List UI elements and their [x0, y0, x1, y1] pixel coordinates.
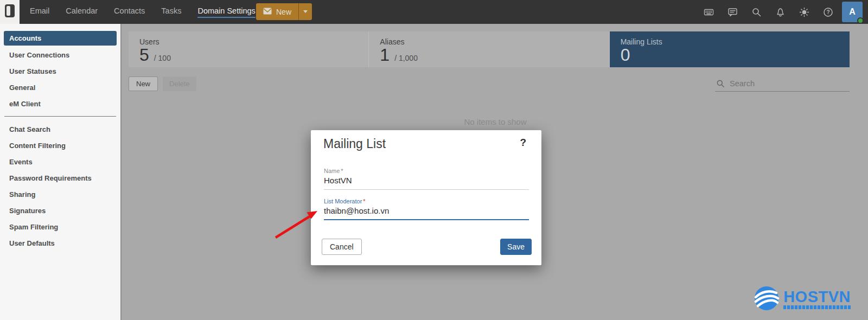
sidebar-item-chat-search[interactable]: Chat Search [4, 124, 117, 135]
sidebar-item-user-statuses[interactable]: User Statuses [4, 66, 117, 77]
name-field-label: Name* [324, 168, 529, 174]
stat-limit: / 100 [154, 54, 171, 62]
stat-card-aliases[interactable]: Aliases 1/ 1,000 [368, 31, 609, 67]
sidebar-item-accounts[interactable]: Accounts [4, 31, 117, 46]
stat-value: 0 [621, 45, 630, 65]
sidebar-item-spam-filtering[interactable]: Spam Filtering [4, 222, 117, 233]
tab-email[interactable]: Email [30, 7, 49, 18]
dialog-title: Mailing List [323, 137, 386, 151]
required-asterisk: * [341, 168, 343, 174]
save-button[interactable]: Save [500, 239, 532, 255]
stat-value: 1 [380, 45, 390, 65]
brightness-icon[interactable] [799, 7, 809, 17]
help-icon[interactable]: ? [823, 7, 833, 17]
sidebar-item-general[interactable]: General [4, 82, 117, 93]
list-moderator-field-label: List Moderator* [324, 198, 529, 204]
mailing-list-dialog: Mailing List ? Name* List Moderator* Can… [311, 130, 541, 265]
navbar-icon-group: ? [704, 0, 833, 24]
empty-state-message: No items to show [123, 117, 868, 126]
sidebar-item-sharing[interactable]: Sharing [4, 189, 117, 200]
sidebar-item-user-defaults[interactable]: User Defaults [4, 238, 117, 249]
sidebar-item-user-connections[interactable]: User Connections [4, 50, 117, 61]
search-icon [716, 79, 725, 88]
chat-icon[interactable] [727, 7, 738, 17]
avatar[interactable]: A [842, 2, 863, 22]
stat-limit: / 1,000 [394, 54, 418, 62]
sidebar-toggle-icon [3, 3, 16, 21]
tab-tasks[interactable]: Tasks [161, 7, 181, 18]
search-icon[interactable] [751, 7, 762, 17]
new-button-label: New [276, 8, 291, 16]
dialog-help-icon[interactable]: ? [520, 137, 526, 149]
keyboard-icon[interactable] [704, 7, 714, 17]
search-box[interactable] [715, 78, 850, 92]
hostvn-watermark: HOSTVN [754, 285, 851, 313]
list-toolbar: New Delete [129, 76, 196, 91]
sidebar-item-signatures[interactable]: Signatures [4, 206, 117, 216]
primary-navigation: Email Calendar Contacts Tasks Domain Set… [30, 0, 264, 24]
stat-cards: Users 5/ 100 Aliases 1/ 1,000 Mailing Li… [129, 31, 850, 67]
name-field[interactable] [324, 174, 529, 190]
list-moderator-field-group: List Moderator* [324, 198, 529, 220]
svg-text:?: ? [826, 9, 829, 15]
avatar-initial: A [849, 7, 856, 17]
required-asterisk: * [363, 198, 365, 204]
stat-value: 5 [139, 45, 149, 65]
stat-card-mailing-lists[interactable]: Mailing Lists 0 [609, 31, 850, 67]
delete-button[interactable]: Delete [163, 76, 196, 91]
new-dropdown-button[interactable] [299, 3, 312, 20]
tab-domain-settings[interactable]: Domain Settings [197, 7, 263, 18]
settings-sidebar: Accounts User Connections User Statuses … [0, 24, 122, 320]
chevron-down-icon [303, 10, 308, 13]
sidebar-item-em-client[interactable]: eM Client [4, 99, 117, 110]
search-input[interactable] [730, 79, 848, 88]
sidebar-divider [4, 116, 116, 117]
tab-contacts[interactable]: Contacts [114, 7, 145, 18]
top-navbar: Email Calendar Contacts Tasks Domain Set… [0, 0, 868, 24]
hostvn-logo-text: HOSTVN [783, 290, 851, 304]
envelope-icon [263, 8, 272, 16]
tab-calendar[interactable]: Calendar [66, 7, 98, 18]
new-button[interactable]: New [256, 3, 312, 20]
stat-card-users[interactable]: Users 5/ 100 [129, 31, 368, 67]
cancel-button[interactable]: Cancel [322, 239, 362, 255]
sidebar-item-events[interactable]: Events [4, 157, 117, 168]
app-logo-button[interactable] [0, 0, 20, 24]
list-moderator-field[interactable] [324, 204, 529, 220]
hostvn-globe-icon [754, 285, 780, 313]
hostvn-tagline-bar [783, 305, 851, 309]
name-field-group: Name* [324, 168, 529, 190]
new-item-button[interactable]: New [129, 76, 158, 91]
online-status-dot [857, 17, 864, 24]
sidebar-item-password-requirements[interactable]: Password Requirements [4, 173, 117, 184]
bell-icon[interactable] [775, 7, 786, 17]
sidebar-item-content-filtering[interactable]: Content Filtering [4, 140, 117, 151]
